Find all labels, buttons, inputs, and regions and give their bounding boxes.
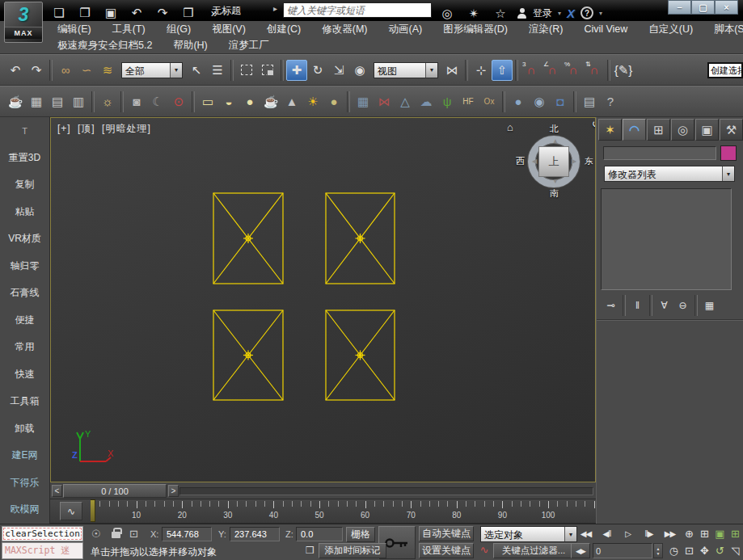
menu-item[interactable]: 修改器(M) xyxy=(311,23,378,36)
selection-filter-dropdown[interactable]: 全部 ▾ xyxy=(121,62,183,78)
tab-modify[interactable]: ◠ xyxy=(623,119,646,141)
viewport-pov-menu[interactable]: [顶] xyxy=(78,123,95,134)
pin-stack-button[interactable]: ⊸ xyxy=(602,298,620,314)
track-bar[interactable]: ∿ 0102030405060708090100 xyxy=(50,499,596,524)
select-and-scale-icon[interactable]: ⇲ xyxy=(328,60,349,81)
sidebar-item[interactable]: 卸载 xyxy=(0,415,49,443)
time-configuration-icon[interactable]: ◷ xyxy=(666,543,682,558)
login-person-icon[interactable] xyxy=(517,8,527,19)
menu-item[interactable]: 渲染(R) xyxy=(518,23,573,36)
menu-item[interactable]: 帮助(H) xyxy=(163,39,217,53)
chevron-down-icon[interactable]: ▾ xyxy=(170,63,182,78)
spinner-snap-icon[interactable]: ⇅∩ xyxy=(584,60,605,81)
redo-icon[interactable]: ↷ xyxy=(152,2,173,23)
absolute-mode-transform-icon[interactable]: ⊡ xyxy=(129,528,138,540)
scene-object-box[interactable] xyxy=(323,307,398,403)
scene-object-box[interactable] xyxy=(210,307,286,403)
sidebar-item[interactable]: 下得乐 xyxy=(0,469,49,497)
maxscript-mini-listener[interactable]: MAXScript 迷 xyxy=(2,542,83,559)
sphere-region-icon[interactable]: ◘ xyxy=(550,91,571,112)
track-bar-frame-thumb[interactable] xyxy=(91,499,95,522)
zoom-extents-all-icon[interactable]: ⊞ xyxy=(697,526,712,541)
open-mini-curve-editor-button[interactable]: ∿ xyxy=(60,502,82,520)
scene-object-box[interactable] xyxy=(210,190,286,287)
auto-key-button[interactable]: 自动关键点 xyxy=(419,526,474,541)
menu-item[interactable]: 渲梦工厂 xyxy=(218,39,280,53)
window-crossing-icon[interactable] xyxy=(257,60,278,81)
open-file-icon[interactable]: ❐ xyxy=(74,2,95,23)
set-key-button[interactable]: 设置关键点 xyxy=(419,543,474,558)
particle-array-icon[interactable]: ▦ xyxy=(353,91,374,112)
exchange-icon[interactable]: X xyxy=(567,6,575,20)
viewport[interactable]: [+] [顶] [明暗处理] 上 北 南 西 东 ▲ ▼ ◀ ▶ ⌂ ↺ ∨ Y… xyxy=(50,117,596,482)
sidebar-item[interactable]: 重置3D xyxy=(0,145,49,172)
object-color-swatch[interactable] xyxy=(720,145,737,161)
time-slider-thumb[interactable]: 0 / 100 xyxy=(63,484,167,498)
select-and-link-icon[interactable]: ∞ xyxy=(55,60,76,81)
unlink-selection-icon[interactable]: ∽ xyxy=(76,60,97,81)
show-end-result-button[interactable]: ‖ xyxy=(628,298,647,314)
sidebar-item[interactable]: T xyxy=(0,117,49,145)
spinner-down-icon[interactable]: ▼ xyxy=(656,551,661,556)
view-cube-arrow-right-icon[interactable]: ▶ xyxy=(572,158,576,165)
keyboard-shortcut-override-icon[interactable]: ⇧ xyxy=(492,60,513,81)
menu-item[interactable]: 视图(V) xyxy=(201,23,256,36)
mirror-icon[interactable]: ⋈ xyxy=(441,60,462,81)
angle-snap-icon[interactable]: ∠∩ xyxy=(542,60,563,81)
tab-display[interactable]: ▣ xyxy=(695,119,719,141)
orbit-icon[interactable]: ↺ xyxy=(712,543,728,558)
light-disc-icon[interactable]: ● xyxy=(323,91,344,112)
key-filters-button[interactable]: 关键点过滤器... xyxy=(493,543,574,558)
use-pivot-point-center-icon[interactable]: ◉ xyxy=(349,60,370,81)
camera-gizmo-icon[interactable]: △ xyxy=(395,91,416,112)
zoom-extents-selected-icon[interactable]: ▣ xyxy=(712,526,728,541)
tab-create[interactable]: ✶ xyxy=(598,119,622,141)
project-folder-icon[interactable]: ❒ xyxy=(178,2,199,23)
undo-icon[interactable]: ↶ xyxy=(126,2,147,23)
primitive-cone-icon[interactable]: ▲ xyxy=(281,91,302,112)
help-icon[interactable]: ? xyxy=(600,91,621,112)
selection-lock-icon[interactable] xyxy=(112,532,120,538)
sidebar-item[interactable]: 便捷 xyxy=(0,307,49,335)
object-name-field[interactable] xyxy=(603,146,716,160)
coordinate-z-field[interactable]: 0.0 xyxy=(296,527,343,541)
grid-setting-button[interactable]: 栅格 xyxy=(346,527,375,542)
menu-item[interactable]: 图形编辑器(D) xyxy=(433,23,518,36)
snaps-toggle-icon[interactable]: 3∩ xyxy=(521,60,542,81)
next-frame-button[interactable]: ‖▶ xyxy=(639,526,659,541)
view-cube-top-face[interactable]: 上 xyxy=(538,146,569,177)
clear-selection-script-button[interactable]: clearSelection xyxy=(2,526,83,541)
view-cube-west[interactable]: 西 xyxy=(516,155,525,167)
tab-utilities[interactable]: ⚒ xyxy=(720,119,743,141)
menu-item[interactable]: 编辑(E) xyxy=(47,23,102,36)
search-expand-icon[interactable]: ▸ xyxy=(273,4,277,13)
select-and-rotate-icon[interactable]: ↻ xyxy=(307,60,328,81)
menu-item[interactable]: 动画(A) xyxy=(378,23,433,36)
configure-modifier-sets-button[interactable]: ▦ xyxy=(700,298,719,314)
select-object-icon[interactable]: ↖ xyxy=(186,60,207,81)
rock-object-icon[interactable]: ☁ xyxy=(416,91,437,112)
tab-hierarchy[interactable]: ⊞ xyxy=(647,119,670,141)
menu-item[interactable]: 组(G) xyxy=(156,23,202,36)
camera-icon[interactable]: ◙ xyxy=(126,91,147,112)
scene-object-box[interactable] xyxy=(323,190,398,287)
new-file-icon[interactable]: ❏ xyxy=(49,2,70,23)
menu-item[interactable]: 创建(C) xyxy=(256,23,311,36)
menu-item[interactable]: 脚本(S) xyxy=(703,23,743,36)
named-selection-set-field[interactable]: 创建选择集 xyxy=(707,62,743,78)
key-filter-selection-dropdown[interactable]: 选定对象 ▾ xyxy=(480,526,577,542)
menu-item[interactable]: 自定义(U) xyxy=(638,23,703,36)
light-lister-icon[interactable]: ☼ xyxy=(97,91,118,112)
select-by-name-icon[interactable]: ☰ xyxy=(207,60,228,81)
viewport-shading-menu[interactable]: [明暗处理] xyxy=(102,123,151,134)
coordinate-y-field[interactable]: 237.643 xyxy=(230,527,280,541)
add-time-tag-button[interactable]: 添加时间标记 xyxy=(319,543,386,558)
render-teapot-icon[interactable]: ☕ xyxy=(5,91,26,112)
minimize-button[interactable]: – xyxy=(668,0,691,15)
view-cube-north[interactable]: 北 xyxy=(550,123,559,135)
go-to-start-button[interactable]: ◀◀ xyxy=(576,526,596,541)
app-logo[interactable]: 3 MAX xyxy=(4,2,43,43)
sphere-select-icon[interactable]: ◉ xyxy=(529,91,550,112)
primitive-sphere-icon[interactable]: ● xyxy=(239,91,260,112)
previous-frame-arrow-button[interactable]: < xyxy=(52,485,62,497)
